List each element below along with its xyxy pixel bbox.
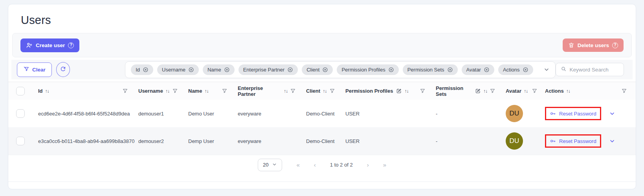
key-icon bbox=[550, 138, 556, 144]
filter-bar: Clear IdUsernameNameEnterprise PartnerCl… bbox=[11, 60, 633, 79]
filter-chip-label: Client bbox=[306, 67, 319, 73]
filter-funnel-icon[interactable] bbox=[290, 88, 296, 94]
sort-icon[interactable]: ↑↓ bbox=[483, 88, 487, 94]
reset-password-button[interactable]: Reset Password bbox=[550, 138, 596, 144]
filter-funnel-icon[interactable] bbox=[172, 88, 178, 94]
filter-chip-label: Username bbox=[162, 67, 185, 73]
create-user-label: Create user bbox=[36, 42, 65, 48]
sort-icon[interactable]: ↑↓ bbox=[566, 88, 570, 94]
toolbar: Create user ? Delete users ? bbox=[12, 33, 632, 57]
keyword-search-input[interactable] bbox=[570, 67, 619, 73]
filter-funnel-icon[interactable] bbox=[329, 88, 335, 94]
table-row: ecd6ee2e-4d6f-4f58-b6f4-65f5248d9deademo… bbox=[8, 100, 636, 127]
cell-name: Demo User bbox=[188, 111, 238, 117]
select-all-checkbox[interactable] bbox=[16, 87, 25, 95]
users-table: Id↑↓Username↑↓Name↑↓Enterprise Partner↑↓… bbox=[8, 82, 636, 155]
column-header-enterprise-partner: Enterprise Partner↑↓ bbox=[238, 85, 306, 97]
filter-funnel-icon[interactable] bbox=[490, 88, 495, 94]
sort-icon[interactable]: ↑↓ bbox=[404, 88, 408, 94]
cell-permission-sets: - bbox=[436, 111, 506, 117]
reset-password-label: Reset Password bbox=[559, 138, 596, 144]
filter-chip[interactable]: Username bbox=[157, 64, 199, 75]
column-label: Client bbox=[306, 88, 320, 94]
row-checkbox[interactable] bbox=[16, 137, 25, 145]
table-header-row: Id↑↓Username↑↓Name↑↓Enterprise Partner↑↓… bbox=[8, 82, 636, 100]
column-header-name: Name↑↓ bbox=[188, 88, 238, 94]
row-expand-chevron-icon[interactable] bbox=[609, 138, 615, 144]
row-checkbox[interactable] bbox=[16, 109, 25, 118]
key-icon bbox=[550, 110, 556, 117]
filter-chip[interactable]: Enterprise Partner bbox=[239, 64, 298, 75]
cell-client: Demo-Client bbox=[306, 138, 345, 144]
chevron-down-icon[interactable] bbox=[543, 66, 550, 73]
filter-chip[interactable]: Client bbox=[302, 64, 333, 75]
filter-chip[interactable]: Permission Sets bbox=[403, 64, 458, 75]
cell-actions: Reset Password bbox=[545, 107, 628, 120]
column-label: Username bbox=[138, 88, 163, 94]
page-title: Users bbox=[8, 4, 636, 27]
filter-funnel-icon[interactable] bbox=[420, 88, 426, 94]
avatar: DU bbox=[506, 105, 523, 122]
filter-funnel-icon[interactable] bbox=[122, 88, 128, 94]
chip-remove-icon[interactable] bbox=[287, 67, 293, 73]
sort-icon[interactable]: ↑↓ bbox=[524, 88, 528, 94]
refresh-button[interactable] bbox=[56, 62, 70, 77]
filter-chip-label: Id bbox=[136, 67, 140, 73]
annotation-box: Reset Password bbox=[545, 107, 601, 120]
create-user-button[interactable]: Create user ? bbox=[20, 38, 79, 52]
cell-permission-sets: - bbox=[436, 138, 506, 144]
chip-remove-icon[interactable] bbox=[388, 67, 394, 73]
chip-remove-icon[interactable] bbox=[484, 67, 490, 73]
prev-page-button[interactable]: ‹ bbox=[314, 161, 316, 168]
first-page-button[interactable]: « bbox=[296, 161, 299, 168]
table-body: ecd6ee2e-4d6f-4f58-b6f4-65f5248d9deademo… bbox=[8, 100, 636, 155]
chip-remove-icon[interactable] bbox=[322, 67, 328, 73]
delete-users-button[interactable]: Delete users ? bbox=[563, 38, 624, 52]
delete-users-label: Delete users bbox=[578, 42, 609, 48]
column-label: Permission Profiles bbox=[345, 88, 393, 94]
annotation-box: Reset Password bbox=[545, 134, 601, 148]
chip-remove-icon[interactable] bbox=[523, 67, 528, 73]
filter-chip[interactable]: Id bbox=[131, 64, 153, 75]
cell-avatar: DU bbox=[506, 105, 545, 122]
reset-password-button[interactable]: Reset Password bbox=[550, 110, 596, 117]
filter-chip[interactable]: Actions bbox=[498, 64, 533, 75]
filter-funnel-icon[interactable] bbox=[222, 88, 228, 94]
filter-chip[interactable]: Avatar bbox=[462, 64, 494, 75]
pagination-range-text: 1 to 2 of 2 bbox=[330, 162, 353, 168]
filter-chip[interactable]: Name bbox=[203, 64, 235, 75]
help-icon: ? bbox=[68, 42, 74, 48]
cell-client: Demo-Client bbox=[306, 111, 345, 117]
sort-icon[interactable]: ↑↓ bbox=[323, 88, 327, 94]
filter-chip-label: Permission Profiles bbox=[341, 67, 385, 73]
chip-remove-icon[interactable] bbox=[143, 67, 149, 73]
chip-remove-icon[interactable] bbox=[188, 67, 194, 73]
column-label: Id bbox=[38, 88, 43, 94]
chip-remove-icon[interactable] bbox=[447, 67, 453, 73]
refresh-icon bbox=[60, 66, 66, 73]
column-label: Enterprise Partner bbox=[238, 85, 281, 97]
column-label: Permission Sets bbox=[436, 85, 472, 97]
cell-enterprise-partner: everyware bbox=[238, 138, 306, 144]
filter-funnel-icon[interactable] bbox=[532, 88, 538, 94]
sort-icon[interactable]: ↑↓ bbox=[45, 88, 49, 94]
chip-remove-icon[interactable] bbox=[224, 67, 230, 73]
edit-icon[interactable] bbox=[475, 88, 481, 94]
sort-icon[interactable]: ↑↓ bbox=[204, 88, 208, 94]
filter-funnel-icon[interactable] bbox=[621, 88, 627, 94]
filter-chip-label: Avatar bbox=[466, 67, 481, 73]
edit-icon[interactable] bbox=[396, 88, 402, 94]
column-header-id: Id↑↓ bbox=[38, 88, 138, 94]
clear-filters-button[interactable]: Clear bbox=[17, 62, 52, 77]
page-size-select[interactable]: 20 bbox=[258, 159, 282, 171]
row-expand-chevron-icon[interactable] bbox=[609, 110, 615, 117]
column-header-actions: Actions↑↓ bbox=[545, 88, 628, 94]
sort-icon[interactable]: ↑↓ bbox=[284, 88, 288, 94]
avatar: DU bbox=[506, 132, 523, 150]
sort-icon[interactable]: ↑↓ bbox=[165, 88, 169, 94]
person-add-icon bbox=[26, 42, 33, 49]
column-header-client: Client↑↓ bbox=[306, 88, 345, 94]
last-page-button[interactable]: » bbox=[383, 161, 386, 168]
next-page-button[interactable]: › bbox=[367, 161, 369, 168]
filter-chip[interactable]: Permission Profiles bbox=[337, 64, 398, 75]
